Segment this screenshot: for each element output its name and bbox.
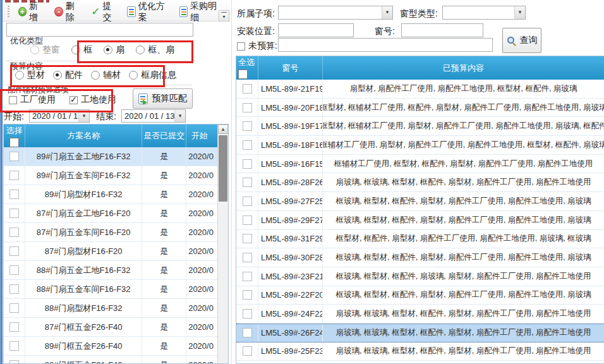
opt-type-radio[interactable]: 整窗 — [30, 44, 60, 56]
start-column-header[interactable]: 开始 — [186, 124, 218, 147]
install-position-input[interactable] — [278, 23, 354, 37]
table-row[interactable]: LM5L-89#-29F27 框玻璃, 框型材, 框配件, 扇型材, 扇配件工厂… — [236, 211, 604, 230]
chevron-down-icon[interactable]: ▾ — [514, 6, 525, 19]
window-no-column-header[interactable]: 窗号 — [258, 56, 323, 80]
table-row[interactable]: 89#门扇五金车间F16-F32 是 2020/0 — [4, 166, 218, 185]
table-row[interactable]: LM5L-89#-24F22 扇玻璃, 框玻璃, 框型材, 框配件, 扇型材, … — [236, 305, 604, 324]
delete-button[interactable]: 删除 — [51, 0, 85, 26]
row-checkbox[interactable] — [243, 159, 252, 169]
scroll-up-button[interactable]: ▲ — [218, 124, 228, 134]
usage-checkbox[interactable]: 工厂使用 — [9, 94, 56, 106]
budget-radio[interactable]: 配件 — [53, 70, 83, 81]
select-all-checkbox[interactable] — [9, 138, 19, 147]
table-row[interactable]: LM5L-89#-22F20 框玻璃, 框型材, 框配件, 扇型材, 扇配件工厂… — [236, 286, 604, 305]
row-checkbox[interactable] — [243, 178, 252, 187]
table-row[interactable]: 88#门扇五金工地F16-F32 是 2020/0 — [4, 261, 218, 280]
chevron-down-icon[interactable]: ▾ — [174, 110, 185, 122]
row-checkbox[interactable] — [9, 190, 19, 199]
table-row[interactable]: 87#门扇型材F16-F20 是 2020/0 — [4, 242, 218, 261]
table-row[interactable]: 87#门扇五金工地F16-F20 是 2020/0 — [4, 204, 218, 223]
table-row[interactable]: LM5L-89#-28F26 扇玻璃, 框玻璃, 框型材, 框配件, 扇型材, … — [236, 173, 604, 192]
row-checkbox[interactable] — [243, 140, 252, 150]
submitted-cell: 是 — [142, 280, 186, 298]
budget-radio[interactable]: 辅材 — [91, 70, 121, 81]
window-no-input[interactable] — [401, 23, 483, 37]
row-checkbox[interactable] — [9, 228, 19, 237]
unbudgeted-checkbox[interactable]: 未预算: — [237, 40, 277, 52]
row-checkbox[interactable] — [243, 290, 252, 300]
submitted-column-header[interactable]: 是否已提交 — [142, 124, 186, 147]
row-checkbox[interactable] — [9, 209, 19, 218]
table-row[interactable]: LM5L-89#-19F17 框型材, 框辅材工厂使用, 扇型材, 扇配件工厂使… — [236, 117, 604, 136]
opt-type-radio[interactable]: 框、扇 — [136, 44, 174, 56]
row-checkbox[interactable] — [243, 309, 252, 318]
select-column-header[interactable]: 选择 — [4, 124, 25, 147]
usage-checkbox[interactable]: 工地使用 — [69, 94, 116, 106]
budget-match-button[interactable]: 预算匹配 — [133, 88, 193, 109]
budget-radio[interactable]: 型材 — [15, 70, 45, 81]
chevron-down-icon[interactable]: ▾ — [382, 6, 392, 19]
table-row[interactable]: LM5L-89#-20F18 框型材, 框辅材工厂使用, 框配件, 扇型材, 扇… — [236, 99, 604, 118]
table-row[interactable]: LM5L-89#-25F23 扇玻璃, 框玻璃, 框型材, 框配件, 扇型材, … — [236, 343, 604, 361]
table-row[interactable]: LM5L-89#-30F28 框玻璃, 框型材, 框配件, 扇型材, 扇配件工厂… — [236, 248, 604, 267]
opt-type-radio[interactable]: 扇 — [104, 44, 124, 56]
budgeted-content-column-header[interactable]: 已预算内容 — [323, 56, 604, 80]
plan-table-scrollbar[interactable]: ▲ — [217, 124, 228, 363]
row-checkbox[interactable] — [9, 171, 19, 180]
row-checkbox[interactable] — [243, 84, 252, 94]
start-date-picker[interactable]: 2020 / 01 / 1 ▾ — [29, 109, 90, 123]
unbudgeted-input[interactable] — [278, 38, 493, 52]
row-checkbox[interactable] — [9, 341, 19, 351]
row-checkbox[interactable] — [9, 152, 19, 161]
row-checkbox[interactable] — [243, 234, 252, 243]
end-date-picker[interactable]: 2020 / 01 / 13 ▾ — [121, 109, 186, 123]
row-checkbox[interactable] — [243, 253, 252, 262]
row-checkbox[interactable] — [243, 215, 252, 225]
table-row[interactable]: 89#门框五金F26-F40 是 2020/0 — [4, 337, 218, 356]
select-all-checkbox[interactable] — [238, 70, 248, 79]
row-checkbox[interactable] — [243, 272, 252, 281]
table-row[interactable]: LM5L-89#-27F25 框玻璃, 框型材, 框配件, 扇型材, 扇配件工厂… — [236, 192, 604, 211]
plan-filter-input[interactable] — [6, 23, 193, 37]
toolbar-overflow-button[interactable] — [219, 10, 229, 21]
optimize-plan-button[interactable]: 优化方案 — [123, 0, 173, 26]
table-row[interactable]: 88#门框五金F21-F40 是 2020/0 — [4, 356, 218, 364]
table-row[interactable]: 87#门框五金F26-F40 是 2020/0 — [4, 318, 218, 337]
opt-type-radio[interactable]: 框 — [71, 44, 92, 56]
window-type-combobox[interactable]: ▾ — [442, 6, 526, 20]
table-row[interactable]: LM5L-89#-23F21 框玻璃, 框型材, 框配件, 扇玻璃, 扇型材, … — [236, 267, 604, 286]
table-row[interactable]: LM5L-89#-16F15 框辅材工厂使用, 框型材, 框配件, 扇型材, 扇… — [236, 155, 604, 174]
budget-radio[interactable]: 框扇信息 — [129, 70, 176, 81]
toolbar-grip[interactable] — [8, 6, 9, 18]
table-row[interactable]: 88#门扇型材F16-F32 是 2020/0 — [4, 299, 218, 318]
row-checkbox[interactable] — [243, 197, 252, 206]
add-button[interactable]: 新增 — [15, 0, 49, 26]
row-checkbox[interactable] — [9, 284, 19, 294]
sub-item-combobox[interactable]: ▾ — [278, 6, 393, 20]
table-row[interactable]: LM5L-89#-18F16 框辅材工厂使用, 扇型材, 扇配件工厂使用, 扇配… — [236, 136, 604, 155]
row-checkbox[interactable] — [9, 360, 19, 364]
table-row[interactable]: 87#门扇五金车间F16-F20 是 2020/0 — [4, 223, 218, 242]
table-row[interactable]: 89#门扇型材F16-F32 是 2020/0 — [4, 185, 218, 204]
table-row[interactable]: LM5L-89#-31F29 框型材, 框配件, 扇型材, 扇配件工厂使用, 扇… — [236, 230, 604, 249]
submit-button[interactable]: 提交 — [87, 0, 121, 26]
row-checkbox[interactable] — [9, 322, 19, 332]
table-row[interactable]: LM5L-89#-21F19 扇型材, 扇配件工厂使用, 扇配件工地使用, 框型… — [236, 80, 604, 99]
row-checkbox[interactable] — [9, 265, 19, 275]
row-checkbox[interactable] — [243, 346, 252, 356]
row-checkbox[interactable] — [9, 246, 19, 256]
query-button[interactable]: 查询 — [502, 28, 541, 53]
table-row[interactable]: 88#门扇五金车间F16-F32 是 2020/0 — [4, 280, 218, 299]
row-checkbox[interactable] — [243, 103, 252, 112]
row-checkbox[interactable] — [243, 121, 252, 131]
start-date-cell: 2020/0 — [186, 147, 218, 166]
select-all-column-header[interactable]: 全选 — [236, 56, 258, 80]
scrollbar-thumb[interactable] — [219, 135, 227, 202]
table-row[interactable]: 89#门扇五金工地F16-F32 是 2020/0 — [4, 147, 218, 166]
table-row[interactable]: LM5L-89#-26F24 扇玻璃, 框玻璃, 框型材, 框配件, 扇型材, … — [236, 324, 604, 343]
budgeted-content-header-label: 已预算内容 — [443, 63, 484, 74]
row-checkbox[interactable] — [9, 303, 19, 313]
chevron-down-icon[interactable]: ▾ — [78, 110, 89, 122]
plan-name-column-header[interactable]: 方案名称 — [25, 124, 142, 147]
row-checkbox[interactable] — [243, 328, 252, 337]
